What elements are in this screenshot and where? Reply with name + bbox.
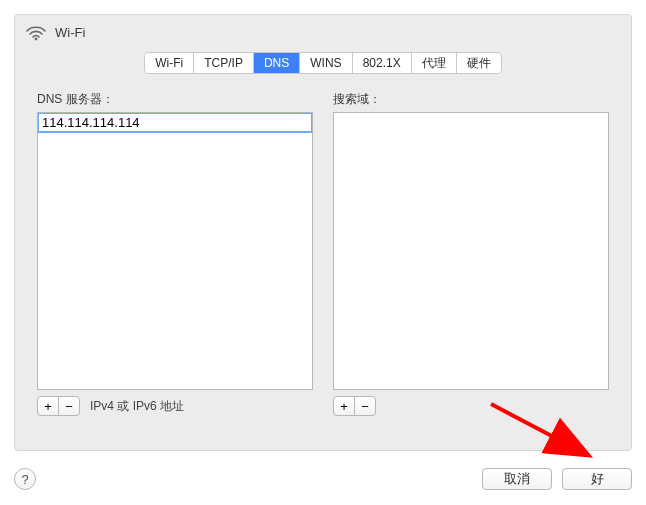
cancel-button[interactable]: 取消 <box>482 468 552 490</box>
tab-tcpip[interactable]: TCP/IP <box>194 53 254 73</box>
ok-button[interactable]: 好 <box>562 468 632 490</box>
dns-server-entry-editing[interactable] <box>37 112 313 133</box>
wifi-icon <box>25 23 47 41</box>
bottom-bar: ? 取消 好 <box>14 463 632 495</box>
search-domains-list[interactable] <box>333 112 609 390</box>
svg-point-0 <box>35 38 38 41</box>
tab-proxy[interactable]: 代理 <box>412 53 457 73</box>
tab-dns[interactable]: DNS <box>254 53 300 73</box>
tab-wins[interactable]: WINS <box>300 53 352 73</box>
dns-add-button[interactable]: + <box>37 396 59 416</box>
dns-servers-label: DNS 服务器： <box>37 91 313 108</box>
search-remove-button[interactable]: − <box>354 396 376 416</box>
panel-header: Wi-Fi <box>15 15 631 53</box>
dns-servers-column: DNS 服务器： + − IPv4 或 IPv6 地址 <box>37 91 313 416</box>
tab-hardware[interactable]: 硬件 <box>457 53 501 73</box>
tab-wifi[interactable]: Wi-Fi <box>145 53 194 73</box>
search-domains-column: 搜索域： + − <box>333 91 609 416</box>
dns-servers-list[interactable] <box>37 112 313 390</box>
search-add-button[interactable]: + <box>333 396 355 416</box>
content-area: DNS 服务器： + − IPv4 或 IPv6 地址 搜索域： + − <box>15 91 631 416</box>
tab-bar: Wi-Fi TCP/IP DNS WINS 802.1X 代理 硬件 <box>15 53 631 73</box>
search-domains-label: 搜索域： <box>333 91 609 108</box>
tab-8021x[interactable]: 802.1X <box>353 53 412 73</box>
dns-remove-button[interactable]: − <box>58 396 80 416</box>
search-list-footer: + − <box>333 396 609 416</box>
help-button[interactable]: ? <box>14 468 36 490</box>
panel-title: Wi-Fi <box>55 25 85 40</box>
dns-list-footer: + − IPv4 或 IPv6 地址 <box>37 396 313 416</box>
dns-server-input[interactable] <box>39 114 311 131</box>
dns-hint: IPv4 或 IPv6 地址 <box>90 398 184 415</box>
settings-panel: Wi-Fi Wi-Fi TCP/IP DNS WINS 802.1X 代理 硬件… <box>14 14 632 451</box>
